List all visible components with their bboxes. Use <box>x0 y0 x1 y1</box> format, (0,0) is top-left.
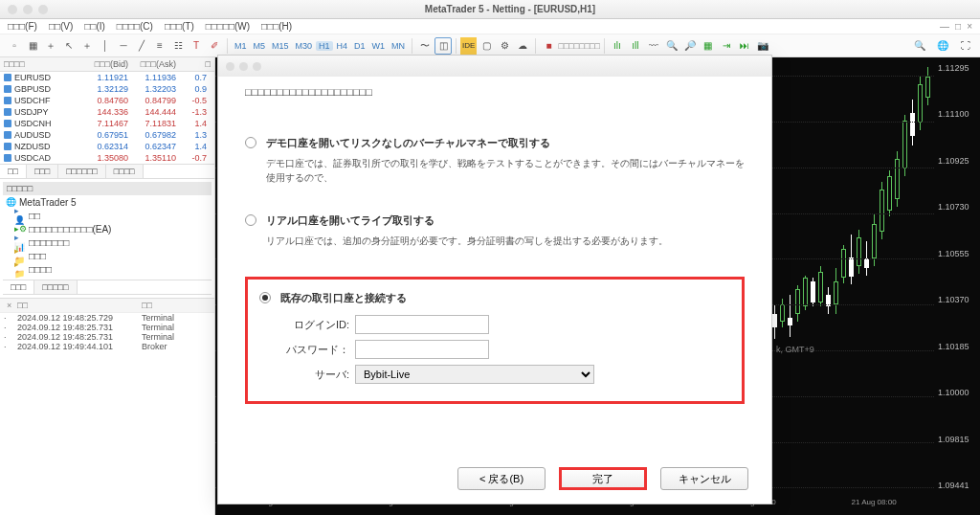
shift-icon[interactable]: ⇥ <box>718 37 735 55</box>
trendline-icon[interactable]: ╱ <box>133 37 150 55</box>
mw-tab-1[interactable]: □□□ <box>27 165 58 178</box>
box1-icon[interactable]: ▢ <box>478 37 495 55</box>
tf-w1[interactable]: W1 <box>369 41 389 51</box>
nav-ea[interactable]: ▸⚙□□□□□□□□□□□(EA) <box>3 222 212 235</box>
nav-tab-1[interactable]: □□□□□ <box>34 280 77 294</box>
mw-row[interactable]: USDCAD1.350801.35110-0.7 <box>0 152 214 164</box>
dlg-zoom-dot[interactable] <box>253 62 261 71</box>
chart-line-icon[interactable]: 〜 <box>416 37 434 55</box>
journal-close-icon[interactable]: × <box>4 301 17 310</box>
zoomin-icon[interactable]: 🔍 <box>663 37 680 55</box>
menu-insert[interactable]: □□(I) <box>84 21 105 32</box>
mw-tab-0[interactable]: □□ <box>0 165 27 178</box>
crosshair-icon[interactable]: ＋ <box>78 37 96 55</box>
minimize-dot[interactable] <box>23 5 33 14</box>
login-label: ログインID: <box>280 318 349 332</box>
mw-row[interactable]: USDCNH7.114677.118311.4 <box>0 118 214 129</box>
wave-icon[interactable]: 〰 <box>645 37 662 55</box>
radio-demo-input[interactable] <box>245 137 256 148</box>
mw-row[interactable]: EURUSD1.119211.119360.7 <box>0 72 214 83</box>
globe-icon[interactable]: 🌐 <box>934 37 951 55</box>
journal: × □□ □□ ·2024.09.12 19:48:25.729Terminal… <box>0 298 214 515</box>
tf-d1[interactable]: D1 <box>351 41 368 51</box>
ide-button[interactable]: IDE <box>460 37 477 55</box>
menu-charts[interactable]: □□□□(C) <box>117 21 153 32</box>
server-select[interactable]: Bybit-Live <box>355 365 594 384</box>
menu-view[interactable]: □□(V) <box>49 21 73 32</box>
mw-row[interactable]: USDJPY144.336144.444-1.3 <box>0 106 214 118</box>
menu-tools[interactable]: □□□(T) <box>165 21 194 32</box>
chart-candle-icon[interactable]: ◫ <box>434 37 452 55</box>
cursor-icon[interactable]: ↖ <box>60 37 78 55</box>
close-dot[interactable] <box>8 5 17 14</box>
expand-icon[interactable]: ⛶ <box>957 37 974 55</box>
tf-m1[interactable]: M1 <box>232 41 250 51</box>
nav-scripts[interactable]: ▸📁□□□ <box>3 249 212 262</box>
radio-existing[interactable]: 既存の取引口座と接続する <box>259 291 730 305</box>
search-icon[interactable]: 🔍 <box>911 37 928 55</box>
finish-button[interactable]: 完了 <box>559 467 647 490</box>
label-icon[interactable]: ✐ <box>206 37 223 55</box>
vol2-icon[interactable]: ıll <box>627 37 644 55</box>
fibo-icon[interactable]: ☷ <box>169 37 187 55</box>
y-axis: 1.112951.111001.109251.107301.105551.103… <box>934 57 980 496</box>
radio-real-input[interactable] <box>245 214 256 226</box>
radio-existing-input[interactable] <box>259 292 271 303</box>
new-chart-icon[interactable]: ▫ <box>6 37 23 55</box>
login-input[interactable] <box>355 315 489 334</box>
password-input[interactable] <box>355 340 489 359</box>
grid-icon[interactable]: ▦ <box>24 37 41 55</box>
mw-col-chg: □ <box>176 59 211 69</box>
tf-h4[interactable]: H4 <box>334 41 351 51</box>
dlg-close-dot[interactable] <box>226 62 234 71</box>
camera-icon[interactable]: 📷 <box>754 37 771 55</box>
equidistant-icon[interactable]: ≡ <box>151 37 168 55</box>
nav-tab-0[interactable]: □□□ <box>3 280 34 294</box>
tf-mn[interactable]: MN <box>389 41 408 51</box>
menu-file[interactable]: □□□(F) <box>8 21 37 32</box>
cog-icon[interactable]: ⚙ <box>496 37 513 55</box>
mw-tab-2[interactable]: □□□□□□ <box>58 165 106 178</box>
menu-help[interactable]: □□□(H) <box>261 21 292 32</box>
mw-row[interactable]: AUDUSD0.679510.679821.3 <box>0 129 214 141</box>
zoomout-icon[interactable]: 🔎 <box>681 37 699 55</box>
menu-window[interactable]: □□□□□(W) <box>206 21 250 32</box>
tile-icon[interactable]: ▦ <box>700 37 717 55</box>
window-close-icon[interactable]: × <box>967 21 972 32</box>
back-button[interactable]: < 戻る(B) <box>457 467 546 490</box>
mw-tab-3[interactable]: □□□□ <box>106 165 144 178</box>
algo-text[interactable]: □□□□□□□□ <box>558 37 600 55</box>
journal-row: ·2024.09.12 19:48:25.731Terminal <box>0 323 214 332</box>
nav-indicators[interactable]: ▸📊□□□□□□□ <box>3 235 212 249</box>
text-icon[interactable]: T <box>188 37 205 55</box>
mw-col-ask: □□□(Ask) <box>128 59 176 69</box>
vol-icon[interactable]: ılı <box>609 37 626 55</box>
dialog-titlebar <box>218 56 771 77</box>
vline-icon[interactable]: │ <box>97 37 114 55</box>
autoscroll-icon[interactable]: ⏭ <box>736 37 753 55</box>
real-desc: リアル口座では、追加の身分証明が必要です。身分証明書の写しを提出する必要がありま… <box>266 234 745 248</box>
dlg-min-dot[interactable] <box>239 62 248 71</box>
nav-accounts[interactable]: ▸👤□□ <box>3 209 212 222</box>
tf-m30[interactable]: M30 <box>293 41 316 51</box>
tf-m5[interactable]: M5 <box>251 41 269 51</box>
radio-real[interactable]: リアル口座を開いてライブ取引する <box>245 213 745 228</box>
window-min-icon[interactable]: — <box>940 21 949 32</box>
mw-row[interactable]: GBPUSD1.321291.322030.9 <box>0 83 214 95</box>
stop-icon[interactable]: ■ <box>540 37 557 55</box>
mw-row[interactable]: NZDUSD0.623140.623471.4 <box>0 141 214 152</box>
radio-demo[interactable]: デモ口座を開いてリスクなしのバーチャルマネーで取引する <box>245 136 745 150</box>
hline-icon[interactable]: ─ <box>115 37 132 55</box>
window-max-icon[interactable]: □ <box>955 21 961 32</box>
zoom-dot[interactable] <box>38 5 48 14</box>
window-controls[interactable] <box>8 5 48 14</box>
mw-row[interactable]: USDCHF0.847600.84799-0.5 <box>0 95 214 106</box>
tf-h1[interactable]: H1 <box>316 41 333 51</box>
nav-services[interactable]: ▸📁□□□□ <box>3 262 212 276</box>
tf-m15[interactable]: M15 <box>269 41 292 51</box>
plus-icon[interactable]: ＋ <box>42 37 59 55</box>
cancel-button[interactable]: キャンセル <box>660 467 748 490</box>
nav-root[interactable]: 🌐MetaTrader 5 <box>3 195 212 209</box>
navigator: □□□□□ 🌐MetaTrader 5 ▸👤□□ ▸⚙□□□□□□□□□□□(E… <box>0 179 214 298</box>
cloud-icon[interactable]: ☁ <box>514 37 531 55</box>
